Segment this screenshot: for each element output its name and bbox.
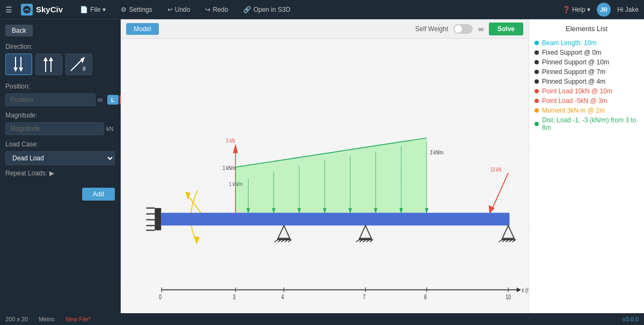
left-panel: Back Direction:: [0, 19, 121, 313]
load-case-select[interactable]: Dead Load Live Load Wind Load: [5, 151, 115, 165]
beam-body: [161, 213, 509, 226]
element-item[interactable]: Point Load 10kN @ 10m: [535, 86, 639, 96]
repeat-loads[interactable]: Repeat Loads: ▶: [5, 169, 115, 177]
elements-list: Beam Length: 10mFixed Support @ 0mPinned…: [535, 38, 639, 132]
element-text: Pinned Support @ 10m: [542, 58, 609, 66]
canvas-area[interactable]: 3 kN/m 1 kN/m 5 kN 10 kN 1 kN/m: [121, 39, 529, 313]
direction-label: Direction:: [5, 43, 115, 50]
toggle-knob: [455, 25, 462, 33]
repeat-loads-chevron-icon: ▶: [49, 169, 54, 177]
direction-up-btn[interactable]: [35, 54, 62, 75]
axis-label-8: 8: [424, 294, 427, 301]
magnitude-input[interactable]: [5, 122, 104, 135]
svg-text:θ: θ: [83, 66, 86, 72]
point-load-10kn-label: 10 kN: [491, 166, 502, 173]
element-dot: [535, 108, 539, 113]
position-input[interactable]: [5, 93, 96, 106]
l-button[interactable]: L: [107, 95, 119, 105]
top-navbar: ☰ SkyCiv 📄 File ▾ ⚙ Settings ↩ Undo ↪ Re…: [0, 0, 644, 19]
svg-marker-6: [43, 57, 48, 61]
axis-label-4: 4: [281, 294, 284, 301]
help-icon: ❓: [562, 6, 570, 13]
avatar: JR: [597, 3, 611, 17]
svg-marker-2: [13, 68, 18, 72]
settings-icon: ⚙: [121, 6, 127, 13]
self-weight-toggle[interactable]: [453, 24, 473, 34]
axis-label-3: 3: [233, 294, 236, 301]
dist-load-label-right: 3 kN/m: [430, 149, 443, 156]
undo-btn[interactable]: ↩ Undo: [164, 4, 194, 16]
element-dot: [535, 79, 539, 84]
element-dot: [535, 122, 539, 126]
main-layout: Back Direction:: [0, 19, 644, 313]
open-s3d-btn[interactable]: 🔗 Open in S3D: [240, 4, 294, 16]
x-axis-label: x (m): [522, 286, 529, 293]
help-btn[interactable]: ❓ Help ▾: [562, 6, 590, 13]
center-panel: Model Self Weight ∞ Solve: [121, 19, 529, 313]
axis-label-0: 0: [159, 294, 162, 301]
nav-right: ❓ Help ▾ JR Hi Jake: [562, 3, 639, 17]
element-text: Fixed Support @ 0m: [542, 49, 601, 56]
svg-marker-8: [49, 57, 53, 61]
element-dot: [535, 99, 539, 103]
solve-button[interactable]: Solve: [489, 23, 523, 35]
file-menu[interactable]: 📄 File ▾: [77, 4, 109, 16]
element-dot: [535, 89, 539, 93]
element-item[interactable]: Beam Length: 10m: [535, 38, 639, 48]
position-unit: m: [98, 97, 105, 103]
element-text: Dist. Load -1, -3 (kN/m) from 3 to 8m: [542, 116, 639, 131]
new-file-label[interactable]: New File*: [65, 316, 91, 322]
back-button[interactable]: Back: [5, 25, 33, 36]
element-dot: [535, 41, 539, 45]
element-dot: [535, 70, 539, 74]
element-text: Pinned Support @ 7m: [542, 68, 605, 76]
svg-marker-10: [80, 57, 85, 63]
element-text: Moment 3kN·m @ 2m: [542, 107, 605, 114]
element-item[interactable]: Point Load -5kN @ 3m: [535, 96, 639, 106]
file-icon: 📄: [80, 6, 88, 13]
open-icon: 🔗: [243, 6, 251, 13]
element-text: Beam Length: 10m: [542, 39, 596, 47]
help-chevron-icon: ▾: [587, 6, 590, 13]
element-text: Point Load 10kN @ 10m: [542, 87, 612, 95]
x-axis-arrow: [517, 287, 521, 292]
redo-btn[interactable]: ↪ Redo: [202, 4, 231, 16]
repeat-loads-label: Repeat Loads:: [5, 169, 47, 177]
model-tab[interactable]: Model: [126, 23, 159, 35]
app-logo: SkyCiv: [21, 4, 63, 16]
element-item[interactable]: Pinned Support @ 7m: [535, 67, 639, 77]
magnitude-row: kN: [5, 122, 115, 135]
info-icon[interactable]: ∞: [478, 25, 484, 33]
element-text: Point Load -5kN @ 3m: [542, 97, 608, 105]
version-label: v3.0.0: [623, 316, 639, 322]
units-label: Metric: [39, 316, 55, 322]
self-weight-label: Self Weight: [415, 25, 448, 33]
element-item[interactable]: Pinned Support @ 10m: [535, 57, 639, 67]
settings-menu[interactable]: ⚙ Settings: [118, 4, 155, 16]
position-label: Position:: [5, 83, 115, 90]
element-item[interactable]: Moment 3kN·m @ 2m: [535, 106, 639, 115]
right-panel: Elements List Beam Length: 10mFixed Supp…: [529, 19, 644, 313]
user-greeting: Hi Jake: [617, 6, 639, 13]
direction-down-btn[interactable]: [5, 54, 32, 75]
load-case-label: Load Case:: [5, 141, 115, 148]
element-text: Pinned Support @ 4m: [542, 78, 605, 85]
logo-icon: [21, 4, 33, 16]
add-button[interactable]: Add: [82, 188, 115, 201]
direction-buttons: θ: [5, 54, 115, 75]
magnitude-unit: kN: [106, 125, 115, 132]
status-bar: 200 x 20 Metric New File* v3.0.0: [0, 313, 644, 325]
hamburger-icon[interactable]: ☰: [5, 5, 12, 14]
element-item[interactable]: Dist. Load -1, -3 (kN/m) from 3 to 8m: [535, 115, 639, 132]
file-chevron-icon: ▾: [103, 6, 106, 13]
undo-icon: ↩: [167, 6, 173, 13]
dist-load-label-left: 1 kN/m: [223, 165, 236, 172]
element-item[interactable]: Pinned Support @ 4m: [535, 77, 639, 86]
elements-list-title: Elements List: [535, 25, 639, 33]
canvas-toolbar: Model Self Weight ∞ Solve: [121, 19, 529, 39]
dist-load-1: 1 kN/m: [229, 180, 243, 187]
direction-angle-btn[interactable]: θ: [65, 54, 92, 75]
app-name: SkyCiv: [36, 5, 63, 14]
element-item[interactable]: Fixed Support @ 0m: [535, 48, 639, 57]
axis-label-10: 10: [506, 294, 511, 301]
